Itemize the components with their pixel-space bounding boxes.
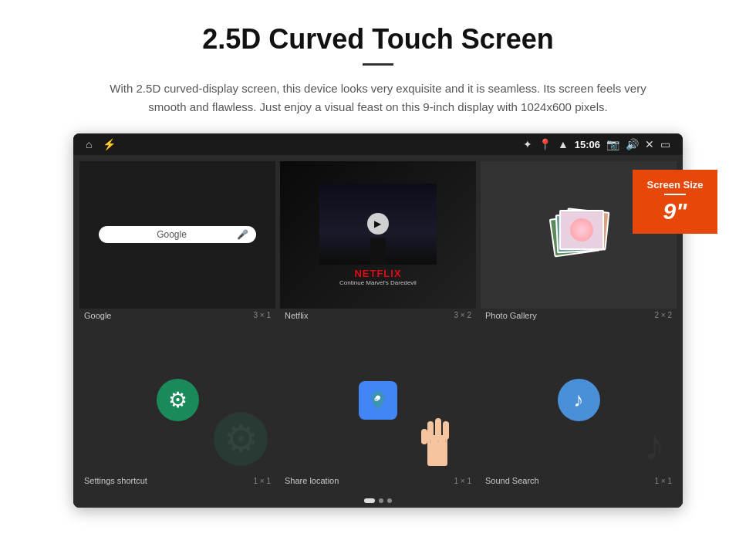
svg-rect-5: [443, 421, 449, 440]
badge-title: Screen Size: [646, 179, 704, 191]
wifi-icon: ▲: [558, 138, 569, 150]
dot-1: [379, 498, 383, 503]
share-tile-bg: G: [280, 327, 476, 474]
home-icon: ⌂: [86, 138, 92, 150]
device-frame: ⌂ ⚡ ✦ 📍 ▲ 15:06 📷 🔊 ✕ ▭: [73, 133, 683, 508]
bluetooth-icon: ✦: [523, 138, 532, 150]
netflix-label-area: NETFLIX Continue Marvel's Daredevil: [339, 268, 417, 286]
photo-stack: [552, 210, 606, 260]
settings-size: 1 × 1: [253, 477, 271, 485]
google-tile[interactable]: Google 🎤 Google 3 × 1: [79, 161, 275, 322]
page-dots: [73, 494, 683, 508]
page-title: 2.5D Curved Touch Screen: [62, 23, 694, 56]
settings-gear: ⚙: [157, 379, 199, 421]
page-wrapper: Screen Size 9" 2.5D Curved Touch Screen …: [0, 0, 756, 523]
status-bar: ⌂ ⚡ ✦ 📍 ▲ 15:06 📷 🔊 ✕ ▭: [73, 133, 683, 155]
netflix-label: Netflix: [285, 311, 309, 320]
svg-rect-4: [435, 418, 441, 438]
google-size: 3 × 1: [253, 311, 271, 319]
photo-gallery-size: 2 × 2: [654, 311, 672, 319]
screen-size-badge: Screen Size 9": [633, 170, 717, 234]
sound-tile-bg: ♪ ♪: [481, 327, 677, 474]
settings-label: Settings shortcut: [84, 476, 147, 485]
google-search-bar[interactable]: Google 🎤: [99, 226, 255, 243]
google-text: Google: [106, 229, 236, 240]
svg-rect-6: [421, 429, 427, 444]
window-icon: ▭: [660, 138, 670, 150]
netflix-figure: ▶: [319, 184, 437, 265]
netflix-tile[interactable]: ▶ NETFLIX Continue Marvel's Daredevil Ne…: [280, 161, 476, 322]
gear-shadow: ⚙: [214, 412, 268, 466]
usb-icon: ⚡: [103, 138, 116, 150]
camera-icon: 📷: [606, 138, 619, 150]
netflix-label-row: Netflix 3 × 2: [280, 309, 476, 322]
dot-active: [364, 498, 375, 503]
share-location-size: 1 × 1: [454, 477, 471, 485]
settings-tile-bg: ⚙ ⚙: [79, 327, 275, 474]
svg-text:G: G: [374, 397, 379, 402]
sound-shadow: ♪: [644, 420, 666, 470]
sound-search-tile[interactable]: ♪ ♪ Sound Search 1 × 1: [481, 327, 677, 488]
hand-pointer: [407, 404, 468, 474]
app-grid: Google 🎤 Google 3 × 1: [73, 155, 683, 494]
share-location-label-row: Share location 1 × 1: [280, 474, 476, 488]
photo-gallery-label: Photo Gallery: [485, 311, 537, 320]
netflix-brand: NETFLIX: [339, 268, 417, 279]
sound-search-label-row: Sound Search 1 × 1: [481, 474, 677, 488]
google-label: Google: [84, 311, 111, 320]
sound-search-label: Sound Search: [485, 476, 539, 485]
maps-icon: G: [359, 381, 397, 420]
share-location-label: Share location: [285, 476, 339, 485]
page-description: With 2.5D curved-display screen, this de…: [100, 79, 656, 116]
status-bar-right: ✦ 📍 ▲ 15:06 📷 🔊 ✕ ▭: [523, 138, 670, 150]
sound-search-size: 1 × 1: [654, 477, 672, 485]
svg-rect-3: [427, 421, 434, 440]
netflix-size: 3 × 2: [454, 311, 471, 319]
settings-tile[interactable]: ⚙ ⚙ Settings shortcut 1 × 1: [79, 327, 275, 488]
location-icon: 📍: [538, 138, 552, 150]
google-label-row: Google 3 × 1: [79, 309, 275, 322]
share-location-tile[interactable]: G: [280, 327, 476, 488]
badge-divider: [664, 194, 686, 195]
status-time: 15:06: [575, 139, 600, 150]
close-icon: ✕: [645, 138, 654, 150]
photo-main: [559, 210, 604, 250]
svg-rect-7: [427, 454, 447, 466]
sound-circle: ♪: [558, 379, 600, 421]
photo-gallery-label-row: Photo Gallery 2 × 2: [481, 309, 677, 322]
netflix-subtitle: Continue Marvel's Daredevil: [339, 279, 417, 286]
dot-2: [387, 498, 392, 503]
mic-icon: 🎤: [237, 229, 248, 240]
settings-label-row: Settings shortcut 1 × 1: [79, 474, 275, 488]
volume-icon: 🔊: [626, 138, 639, 150]
title-divider: [363, 63, 393, 66]
badge-size: 9": [646, 198, 704, 224]
flower-icon: [570, 218, 593, 241]
status-bar-left: ⌂ ⚡: [86, 138, 116, 150]
